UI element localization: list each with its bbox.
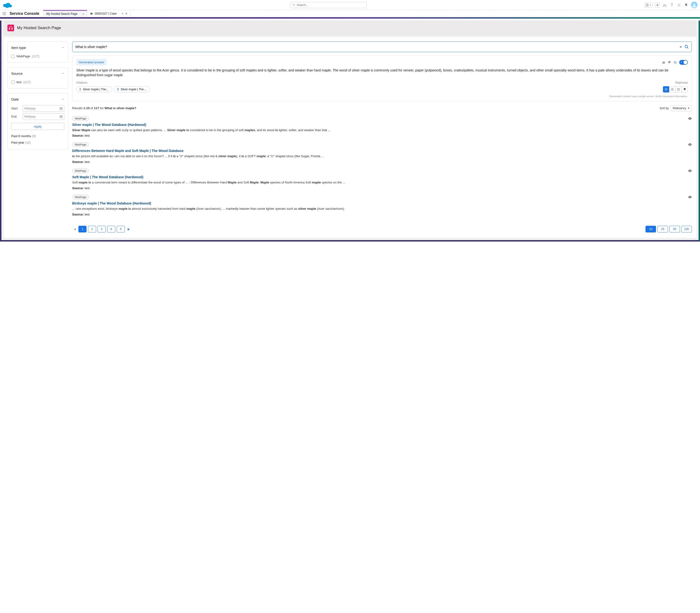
preview-icon[interactable]: [688, 195, 692, 199]
svg-point-17: [4, 14, 5, 15]
rephrase-bullets-button[interactable]: [675, 86, 682, 92]
chevron-down-icon[interactable]: ▾: [83, 13, 84, 15]
result-snippet: Silver Maple can also be seen with curly…: [72, 128, 692, 133]
citation-chip[interactable]: 1 Silver maple | The ...: [76, 86, 112, 92]
tab-case[interactable]: 00001027 | Case ▾ ✕: [87, 10, 130, 17]
page-size-button[interactable]: 10: [646, 226, 656, 233]
citation-num: 1: [79, 88, 81, 91]
theme-band: [0, 17, 700, 18]
tab-hosted-search[interactable]: My Hosted Search Page ▾: [43, 10, 87, 17]
briefcase-icon: [90, 12, 93, 15]
page-button[interactable]: 4: [107, 226, 115, 233]
page-button[interactable]: 1: [78, 226, 87, 233]
favorites-icon[interactable]: [645, 3, 653, 8]
svg-point-50: [690, 144, 690, 145]
facet-option[interactable]: Past year (12): [11, 139, 64, 146]
calendar-icon[interactable]: [60, 115, 63, 118]
end-date-input[interactable]: M/d/yyyy: [23, 113, 64, 120]
notification-icon[interactable]: [684, 3, 688, 8]
svg-point-15: [5, 13, 6, 14]
search-icon[interactable]: [685, 45, 689, 49]
svg-rect-35: [665, 89, 667, 89]
svg-point-18: [5, 14, 6, 15]
avatar[interactable]: [691, 2, 698, 8]
facet-title: Item type: [11, 45, 26, 50]
rephrase-steps-button[interactable]: 123: [669, 86, 675, 92]
facet-option[interactable]: WebPage (117): [11, 53, 64, 59]
gear-icon[interactable]: [677, 3, 682, 8]
svg-point-3: [5, 5, 9, 8]
answer-toggle[interactable]: ✓: [679, 60, 688, 65]
result-badge: WebPage: [72, 168, 89, 173]
page-button[interactable]: 5: [117, 226, 125, 233]
page-button[interactable]: 2: [88, 226, 96, 233]
rephrase-idea-button[interactable]: [682, 86, 688, 92]
citation-chip[interactable]: 2 Silver maple | The ...: [114, 86, 150, 92]
svg-point-16: [3, 14, 3, 15]
page-size-button[interactable]: 100: [682, 226, 692, 233]
svg-point-52: [690, 197, 690, 198]
result-item: WebPage Differences Between Hard Maple a…: [72, 141, 692, 167]
pagination: ◀ 12345 ▶: [72, 226, 131, 233]
svg-rect-33: [674, 61, 676, 63]
svg-rect-48: [678, 90, 680, 90]
preview-icon[interactable]: [688, 169, 692, 173]
thumbs-up-icon[interactable]: [662, 61, 665, 64]
svg-text:3: 3: [671, 90, 672, 91]
result-badge: WebPage: [72, 116, 89, 121]
calendar-icon[interactable]: [60, 107, 63, 110]
result-title[interactable]: Birdseye maple | The Wood Database (Hard…: [72, 201, 692, 205]
collapse-icon[interactable]: −: [62, 97, 64, 102]
generated-badge: Generated answer: [76, 59, 106, 65]
preview-icon[interactable]: [688, 117, 692, 120]
chevron-down-icon[interactable]: ▾: [122, 12, 123, 15]
result-title[interactable]: Soft Maple | The Wood Database (Hardwood…: [72, 175, 692, 179]
disclaimer: Generated content may contain errors. Ve…: [76, 95, 688, 98]
svg-rect-32: [675, 62, 676, 63]
app-nav: Service Console My Hosted Search Page ▾ …: [0, 10, 700, 17]
global-search-input[interactable]: [297, 3, 365, 7]
page-size-button[interactable]: 50: [670, 226, 680, 233]
facet-option[interactable]: Past 6 months (3): [11, 133, 64, 139]
date-placeholder: M/d/yyyy: [24, 115, 36, 118]
svg-rect-40: [672, 89, 674, 89]
sort-value: Relevancy: [673, 106, 686, 110]
checkbox[interactable]: [11, 80, 15, 84]
close-icon[interactable]: ✕: [125, 12, 127, 15]
app-launcher-icon[interactable]: [0, 12, 9, 15]
result-title[interactable]: Differences Between Hard Maple and Soft …: [72, 149, 692, 153]
svg-rect-34: [665, 88, 667, 89]
page-button[interactable]: 3: [98, 226, 106, 233]
collapse-icon[interactable]: −: [62, 71, 64, 76]
result-title[interactable]: Silver maple | The Wood Database (Hardwo…: [72, 123, 692, 127]
copy-icon[interactable]: [673, 61, 677, 64]
preview-icon[interactable]: [688, 143, 692, 146]
help-icon[interactable]: ?: [670, 3, 674, 8]
search-input[interactable]: [75, 45, 677, 49]
facet-label: WebPage: [16, 54, 30, 58]
rephrase-default-button[interactable]: [663, 86, 669, 92]
global-search[interactable]: [290, 2, 367, 8]
next-page-button[interactable]: ▶: [126, 226, 131, 233]
date-placeholder: M/d/yyyy: [24, 107, 36, 110]
facet-option[interactable]: test (117): [11, 79, 64, 85]
start-date-input[interactable]: M/d/yyyy: [23, 105, 64, 112]
header-actions: ?: [645, 2, 698, 8]
apply-button[interactable]: Apply: [11, 123, 64, 130]
sort-select[interactable]: Relevancy ▼: [671, 105, 692, 111]
result-badge: WebPage: [72, 195, 89, 199]
app-name: Service Console: [9, 12, 43, 16]
trailhead-icon[interactable]: [662, 3, 667, 8]
page-size-button[interactable]: 25: [658, 226, 668, 233]
clear-icon[interactable]: ✕: [679, 45, 682, 49]
collapse-icon[interactable]: −: [62, 45, 64, 50]
thumbs-down-icon[interactable]: [668, 61, 671, 64]
svg-rect-26: [60, 116, 62, 118]
add-icon[interactable]: [655, 3, 660, 8]
svg-point-11: [4, 12, 5, 13]
chevron-down-icon: ▼: [688, 107, 690, 109]
svg-point-43: [677, 88, 677, 88]
facet-count: (3): [32, 134, 36, 138]
checkbox[interactable]: [11, 55, 15, 58]
prev-page-button[interactable]: ◀: [72, 226, 77, 233]
